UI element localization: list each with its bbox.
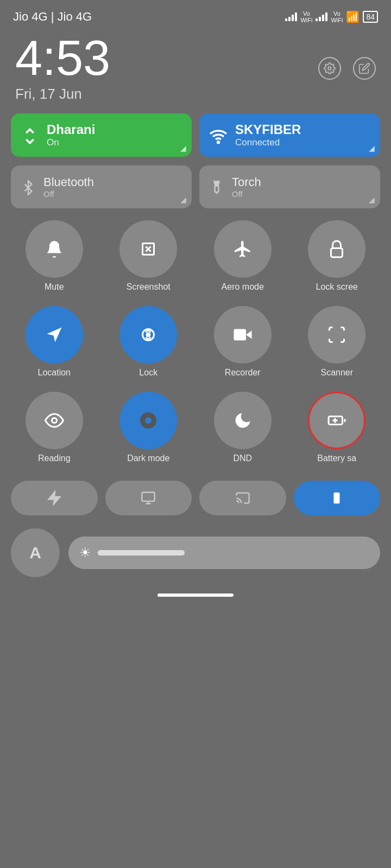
vo-wifi-1: VoWiFi [300, 10, 312, 23]
svg-rect-2 [215, 186, 219, 193]
svg-point-13 [52, 418, 56, 423]
screen-tile[interactable] [105, 481, 192, 515]
nav-bar [0, 586, 391, 602]
screenshot-label: Screenshot [127, 282, 171, 292]
svg-point-1 [218, 142, 219, 143]
bottom-tiles-row [0, 472, 391, 524]
torch-tile[interactable]: Torch Off ◢ [199, 165, 380, 208]
location-tile[interactable]: Location [11, 306, 98, 378]
screen-icon [141, 490, 156, 506]
recorder-label: Recorder [225, 368, 261, 378]
mute-tile[interactable]: Mute [11, 220, 98, 292]
bluetooth-title: Bluetooth [43, 175, 94, 189]
large-tiles-row: Dharani On ◢ SKYFIBER Connected ◢ [0, 113, 391, 165]
carrier-text: Jio 4G | Jio 4G [13, 10, 92, 24]
bluetooth-icon [21, 178, 36, 196]
dnd-btn[interactable] [214, 392, 272, 449]
grid-tiles-row-1: Mute Screenshot Aero mode Lock scre [0, 220, 391, 297]
medium-tiles-row: Bluetooth Off ◢ Torch Off ◢ [0, 165, 391, 220]
svg-marker-8 [47, 328, 61, 342]
dark-mode-tile[interactable]: Dark mode [105, 392, 192, 463]
vibrate-tile[interactable] [294, 481, 381, 515]
brightness-track [98, 550, 185, 556]
recorder-btn[interactable] [214, 306, 272, 363]
scanner-tile[interactable]: Scanner [294, 306, 381, 378]
bottom-controls: A ☀ [0, 524, 391, 586]
grid-tiles-row-3: Reading Dark mode DND [0, 386, 391, 469]
wifi-tile[interactable]: SKYFIBER Connected ◢ [199, 113, 380, 157]
location-btn[interactable] [26, 306, 83, 363]
torch-corner: ◢ [369, 195, 375, 204]
grid-tiles-row-2: Location Lock Recorder [0, 301, 391, 383]
battery-saver-label: Battery sa [317, 454, 356, 463]
mobile-data-subtitle: On [47, 137, 95, 148]
screenshot-tile[interactable]: Screenshot [105, 220, 192, 292]
bluetooth-corner: ◢ [180, 195, 186, 204]
mute-label: Mute [45, 282, 64, 292]
signal-bars-2 [316, 12, 327, 21]
mobile-data-corner-icon: ◢ [180, 144, 186, 152]
svg-point-10 [147, 333, 150, 336]
reading-tile[interactable]: Reading [11, 392, 98, 463]
cast-tile[interactable] [199, 481, 286, 515]
wifi-corner-icon: ◢ [369, 144, 375, 152]
cast-icon [235, 490, 250, 506]
screenshot-btn[interactable] [119, 220, 177, 278]
lock-screen-tile[interactable]: Lock scree [294, 220, 381, 292]
torch-icon [209, 178, 224, 196]
clock-date: Fri, 17 Jun [15, 86, 110, 103]
mute-btn[interactable] [26, 220, 83, 278]
dnd-tile[interactable]: DND [199, 392, 286, 463]
aero-label: Aero mode [222, 282, 264, 292]
battery-saver-btn[interactable] [308, 392, 365, 449]
battery-level: 84 [366, 12, 375, 21]
location-label: Location [38, 368, 71, 378]
svg-rect-12 [234, 329, 246, 341]
dark-mode-btn[interactable] [119, 392, 177, 449]
vo-wifi-2: VoWiFi [331, 10, 343, 23]
scanner-btn[interactable] [308, 306, 365, 363]
torch-title: Torch [232, 175, 261, 189]
svg-rect-20 [142, 493, 155, 501]
mobile-data-icon [21, 125, 39, 145]
wifi-tile-icon [209, 125, 228, 145]
svg-rect-7 [331, 248, 343, 258]
reading-btn[interactable] [26, 392, 83, 449]
bluetooth-subtitle: Off [43, 189, 94, 199]
flash-tile[interactable] [11, 481, 98, 515]
reading-label: Reading [38, 454, 71, 463]
mobile-data-tile[interactable]: Dharani On ◢ [11, 113, 192, 157]
scanner-label: Scanner [320, 368, 353, 378]
torch-subtitle: Off [232, 189, 261, 199]
brightness-slider[interactable]: ☀ [68, 537, 380, 569]
battery-saver-tile[interactable]: Battery sa [294, 392, 381, 463]
vibrate-icon [329, 490, 344, 506]
recorder-tile[interactable]: Recorder [199, 306, 286, 378]
lock-screen-label: Lock scree [316, 282, 358, 292]
home-indicator[interactable] [157, 593, 234, 597]
mobile-data-title: Dharani [47, 122, 95, 137]
clock-section: 4:53 Fri, 17 Jun [0, 28, 391, 113]
dark-mode-label: Dark mode [127, 454, 169, 463]
font-icon: A [29, 544, 41, 562]
flash-icon [47, 490, 62, 506]
lock-screen-btn[interactable] [308, 220, 365, 278]
sun-icon: ☀ [79, 545, 91, 560]
svg-point-0 [328, 67, 331, 70]
clock-action-icons [318, 57, 376, 80]
lock-rotation-btn[interactable] [119, 306, 177, 363]
font-size-btn[interactable]: A [11, 528, 60, 577]
dnd-label: DND [233, 454, 252, 463]
battery-indicator: 84 [363, 11, 378, 23]
wifi-tile-subtitle: Connected [235, 137, 301, 148]
edit-icon[interactable] [353, 57, 376, 80]
aero-tile[interactable]: Aero mode [199, 220, 286, 292]
bluetooth-tile[interactable]: Bluetooth Off ◢ [11, 165, 192, 208]
status-icons: VoWiFi VoWiFi 📶 84 [285, 10, 378, 23]
aero-btn[interactable] [214, 220, 272, 278]
lock-rotation-tile[interactable]: Lock [105, 306, 192, 378]
wifi-tile-title: SKYFIBER [235, 122, 301, 137]
settings-icon[interactable] [318, 57, 341, 80]
svg-marker-11 [246, 331, 252, 339]
signal-bars-1 [285, 12, 297, 21]
